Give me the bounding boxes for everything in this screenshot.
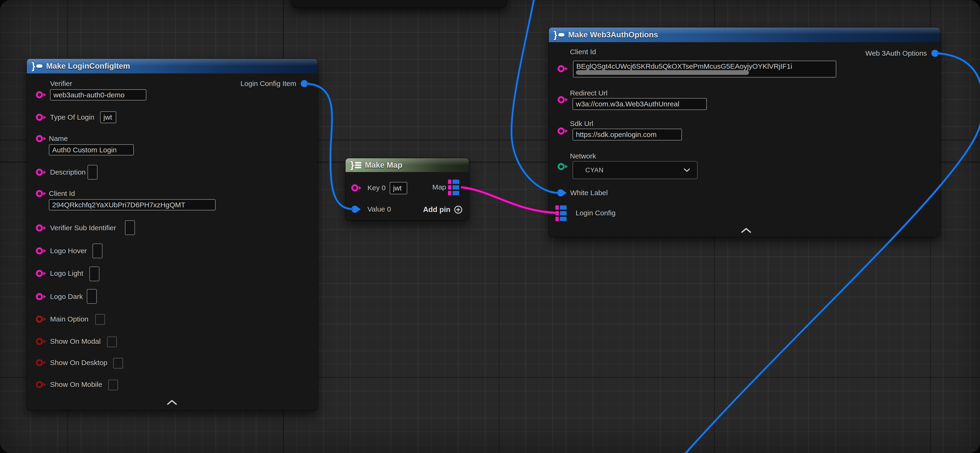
show-on-modal-checkbox[interactable] [107,336,117,347]
output-pin-label: Map [433,183,446,192]
output-pin-label: Login Config Item [240,79,296,88]
add-pin-button[interactable]: Add pin [423,205,463,214]
chevron-down-icon [683,168,690,172]
name-input[interactable] [49,144,134,155]
client-id-input[interactable] [49,199,216,211]
redirect-url-input[interactable] [573,98,707,110]
node-header[interactable]: } Make Web3AuthOptions [549,27,940,42]
logo-light-input[interactable] [89,266,99,281]
type-of-login-input[interactable] [100,111,116,123]
logo-dark-input[interactable] [87,289,97,304]
pin-value-0[interactable] [351,206,358,213]
show-on-mobile-checkbox[interactable] [108,380,118,390]
blueprint-graph-canvas[interactable]: } Make LoginConfigItem Login Config Item… [0,0,980,453]
pin-client-id[interactable] [36,190,43,197]
wire-map-to-login-config[interactable] [461,187,557,213]
pin-label-logo-light: Logo Light [50,269,83,278]
pin-label-network: Network [570,152,596,161]
pin-show-on-mobile[interactable] [36,381,43,388]
node-header[interactable]: } Make LoginConfigItem [27,59,318,73]
output-pin-login-config-item[interactable] [301,80,308,87]
output-pin-label: Web 3Auth Options [865,49,927,58]
pin-label-logo-hover: Logo Hover [50,246,87,255]
output-pin-web3auth-options[interactable] [931,50,939,57]
client-id-value: BEglQSgt4cUWcj6SKRdu5QkOXTsePmMcusG5EAoy… [576,62,792,70]
make-struct-icon: } [32,61,43,71]
pin-label-description: Description [50,168,86,177]
show-on-desktop-checkbox[interactable] [113,358,123,369]
verifier-sub-identifier-input[interactable] [125,220,135,235]
verifier-input[interactable] [50,89,146,100]
node-make-web3authoptions[interactable]: } Make Web3AuthOptions Web 3Auth Options… [549,27,940,237]
pin-main-option[interactable] [36,315,43,323]
pin-type-of-login[interactable] [36,114,43,121]
pin-label-show-on-mobile: Show On Mobile [50,380,102,389]
pin-white-label[interactable] [557,189,564,196]
pin-label-value-0: Value 0 [368,205,391,214]
pin-label-key-0: Key 0 [368,184,386,192]
node-title: Make Web3AuthOptions [568,30,658,39]
client-id-input[interactable]: BEglQSgt4cUWcj6SKRdu5QkOXTsePmMcusG5EAoy… [573,61,836,78]
pin-label-type-of-login: Type Of Login [50,113,94,122]
pin-client-id[interactable] [558,65,565,72]
pin-label-redirect-url: Redirect Url [570,89,608,98]
node-header[interactable]: } Make Map [345,158,469,172]
pin-verifier[interactable] [36,91,43,98]
pin-redirect-url[interactable] [558,96,565,103]
pin-label-white-label: White Label [570,188,608,197]
sdk-url-input[interactable] [573,129,682,141]
pin-logo-light[interactable] [36,270,43,277]
make-struct-icon: } [554,30,565,40]
main-option-checkbox[interactable] [95,314,105,325]
pin-login-config-map[interactable] [555,206,567,221]
pin-show-on-desktop[interactable] [36,359,43,366]
pin-network[interactable] [558,163,565,170]
pin-label-verifier-sub-identifier: Verifier Sub Identifier [50,223,116,233]
network-dropdown[interactable]: CYAN [573,161,697,179]
pin-label-client-id: Client Id [570,48,596,56]
output-pin-map[interactable] [448,180,460,195]
pin-label-name: Name [49,134,68,143]
pin-logo-dark[interactable] [36,293,43,300]
pin-label-show-on-desktop: Show On Desktop [50,358,107,367]
node-make-loginconfigitem[interactable]: } Make LoginConfigItem Login Config Item… [27,59,318,410]
collapse-chevron-icon[interactable] [166,399,178,405]
pin-label-client-id: Client Id [49,189,75,198]
pin-label-login-config: Login Config [576,209,616,217]
offscreen-node-edge[interactable] [292,0,506,8]
pin-show-on-modal[interactable] [36,338,43,345]
network-selected-value: CYAN [585,166,604,174]
pin-key-0[interactable] [351,184,358,192]
plus-circle-icon [454,205,463,214]
pin-logo-hover[interactable] [36,247,43,255]
node-make-map[interactable]: } Make Map Key 0 Map Value 0 Add pin [345,158,469,220]
pin-sdk-url[interactable] [558,127,565,135]
pin-label-main-option: Main Option [50,315,89,324]
key-0-input[interactable] [390,182,407,194]
pin-verifier-sub-identifier[interactable] [36,224,43,231]
pin-description[interactable] [36,169,43,176]
pin-name[interactable] [36,135,43,142]
pin-label-sdk-url: Sdk Url [570,119,593,128]
pin-label-verifier: Verifier [50,79,72,88]
make-map-icon: } [350,160,361,170]
collapse-chevron-icon[interactable] [740,227,752,234]
node-title: Make LoginConfigItem [46,62,130,71]
client-id-hscrollbar[interactable] [576,70,749,75]
description-input[interactable] [88,165,97,180]
pin-label-logo-dark: Logo Dark [50,292,83,301]
add-pin-label: Add pin [423,206,450,214]
node-title: Make Map [365,161,402,169]
logo-hover-input[interactable] [92,244,102,258]
pin-label-show-on-modal: Show On Modal [50,337,100,346]
